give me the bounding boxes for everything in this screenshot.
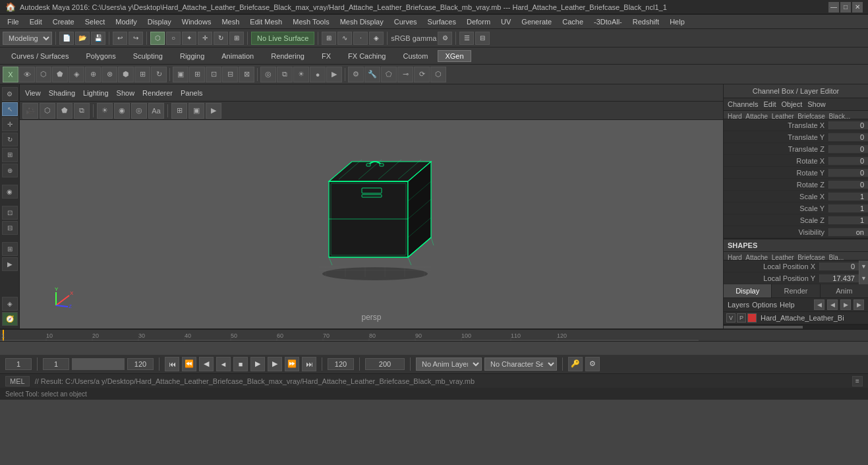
menu-curves[interactable]: Curves	[390, 16, 422, 27]
select-mode-button[interactable]: ↖	[2, 102, 18, 116]
snap-button[interactable]: ⊡	[2, 206, 18, 220]
move-mode-button[interactable]: ✛	[2, 117, 18, 131]
menu-generate[interactable]: Generate	[517, 16, 556, 27]
hide-button[interactable]: ⊟	[2, 221, 18, 235]
cb-menu-show[interactable]: Show	[807, 100, 826, 108]
vp-resolution-button[interactable]: ▣	[188, 103, 204, 119]
vp-menu-panels[interactable]: Panels	[181, 89, 203, 97]
save-file-button[interactable]: 💾	[91, 32, 105, 45]
menu-file[interactable]: File	[3, 16, 24, 27]
icon-texture[interactable]: ⧉	[277, 67, 293, 82]
icon-face-mode[interactable]: ⬢	[118, 67, 134, 82]
minimize-button[interactable]: —	[828, 2, 839, 13]
menu-modify[interactable]: Modify	[111, 16, 141, 27]
pos-y-dropdown[interactable]: ▼	[859, 272, 868, 284]
tab-animation[interactable]: Animation	[214, 50, 261, 62]
snap-grid-button[interactable]: ⊞	[322, 32, 336, 45]
tab-xgen[interactable]: XGen	[438, 50, 471, 62]
keying-button[interactable]: 🔑	[568, 357, 583, 371]
timeline-ruler[interactable]: 1 10 20 30 40 50 60 70 80 90 100 110 120	[0, 330, 868, 342]
new-file-button[interactable]: 📄	[59, 32, 74, 45]
next-key-button[interactable]: ▶	[268, 357, 282, 371]
vp-shadow-button[interactable]: ◉	[114, 103, 130, 119]
layer-icon-2[interactable]: ◀	[827, 299, 838, 310]
go-start-button[interactable]: ⏮	[165, 357, 179, 371]
menu-3dtoall[interactable]: -3DtoAll-	[589, 16, 627, 27]
layer-icon-4[interactable]: ▶	[854, 299, 864, 310]
end-frame-input[interactable]	[328, 358, 354, 370]
layout-button[interactable]: ⊟	[475, 32, 490, 45]
tab-display[interactable]: Display	[724, 284, 772, 297]
icon-tool-3[interactable]: ⬠	[381, 67, 397, 82]
icon-snap-grid[interactable]: X	[3, 67, 18, 82]
attr-scale-y[interactable]: Scale Y 1	[724, 202, 868, 214]
tab-render[interactable]: Render	[772, 284, 820, 297]
menu-windows[interactable]: Windows	[177, 16, 216, 27]
render-settings-button[interactable]: ⚙	[438, 32, 452, 45]
tab-custom[interactable]: Custom	[396, 50, 436, 62]
viewport[interactable]: View Shading Lighting Show Renderer Pane…	[20, 84, 723, 328]
icon-edge-mode[interactable]: ⊗	[101, 67, 117, 82]
soft-select-button[interactable]: ◉	[2, 185, 18, 199]
maximize-button[interactable]: □	[840, 2, 851, 13]
menu-edit-mesh[interactable]: Edit Mesh	[245, 16, 287, 27]
pos-x-dropdown[interactable]: ▼	[859, 261, 868, 272]
menu-edit[interactable]: Edit	[25, 16, 47, 27]
attr-scale-z[interactable]: Scale Z 1	[724, 214, 868, 226]
attr-translate-z[interactable]: Translate Z 0	[724, 143, 868, 155]
icon-tool-1[interactable]: ⚙	[348, 67, 364, 82]
attr-translate-x[interactable]: Translate X 0	[724, 119, 868, 131]
attr-scale-x[interactable]: Scale X 1	[724, 191, 868, 202]
menu-create[interactable]: Create	[48, 16, 79, 27]
anim-layer-dropdown[interactable]: No Anim Layer	[416, 357, 482, 371]
stop-button[interactable]: ■	[233, 357, 248, 371]
icon-frame[interactable]: ⊡	[206, 67, 221, 82]
range-end-input[interactable]	[127, 358, 154, 370]
attr-translate-y[interactable]: Translate Y 0	[724, 131, 868, 143]
tab-sculpting[interactable]: Sculpting	[126, 50, 170, 62]
menu-mesh-tools[interactable]: Mesh Tools	[288, 16, 333, 27]
vp-wireframe-button[interactable]: ⬡	[40, 103, 55, 119]
tab-anim[interactable]: Anim	[821, 284, 868, 297]
tab-curves-surfaces[interactable]: Curves / Surfaces	[4, 50, 76, 62]
play-forward-button[interactable]: ▶	[250, 357, 265, 371]
lasso-select-button[interactable]: ○	[166, 32, 181, 45]
menu-mesh-display[interactable]: Mesh Display	[335, 16, 388, 27]
current-frame-input[interactable]	[5, 358, 32, 370]
tab-fx-caching[interactable]: FX Caching	[341, 50, 393, 62]
range-start-input[interactable]	[43, 358, 69, 370]
menu-deform[interactable]: Deform	[462, 16, 495, 27]
layers-menu[interactable]: Layers	[728, 301, 749, 309]
vp-menu-renderer[interactable]: Renderer	[142, 89, 173, 97]
icon-poly-mode[interactable]: ◈	[69, 67, 84, 82]
open-file-button[interactable]: 📂	[75, 32, 90, 45]
icon-light[interactable]: ☀	[293, 67, 309, 82]
vp-xray-button[interactable]: ◎	[131, 103, 147, 119]
vp-shaded-button[interactable]: ⬟	[57, 103, 72, 119]
vp-menu-show[interactable]: Show	[117, 89, 135, 97]
icon-show-hide[interactable]: ▣	[173, 67, 188, 82]
prev-frame-button[interactable]: ⏪	[182, 357, 196, 371]
help-menu[interactable]: Help	[780, 301, 795, 309]
close-button[interactable]: ✕	[852, 2, 863, 13]
menu-uv[interactable]: UV	[496, 16, 515, 27]
anim-options-button[interactable]: ⚙	[585, 357, 600, 371]
menu-display[interactable]: Display	[143, 16, 176, 27]
icon-tool-4[interactable]: ⊸	[397, 67, 413, 82]
icon-xray[interactable]: ◎	[260, 67, 276, 82]
play-back-button[interactable]: ◄	[216, 357, 231, 371]
isolate-button[interactable]: ◈	[2, 297, 18, 311]
icon-layout-3[interactable]: ⊠	[239, 67, 254, 82]
vp-grid-button[interactable]: ⊞	[171, 103, 187, 119]
attr-local-pos-y[interactable]: Local Position Y 17.437 ▼	[724, 272, 868, 284]
vp-camera-button[interactable]: 🎥	[22, 103, 38, 119]
menu-help[interactable]: Help	[665, 16, 689, 27]
move-tool-button[interactable]: ✛	[198, 32, 212, 45]
tab-fx[interactable]: FX	[314, 50, 338, 62]
icon-camera[interactable]: 👁	[19, 67, 35, 82]
vp-aa-button[interactable]: Aa	[148, 103, 164, 119]
settings-button[interactable]: ⚙	[2, 87, 18, 101]
prev-key-button[interactable]: ◀	[199, 357, 214, 371]
scale-mode-button[interactable]: ⊞	[2, 148, 18, 162]
transform-mode-button[interactable]: ⊕	[2, 164, 18, 177]
